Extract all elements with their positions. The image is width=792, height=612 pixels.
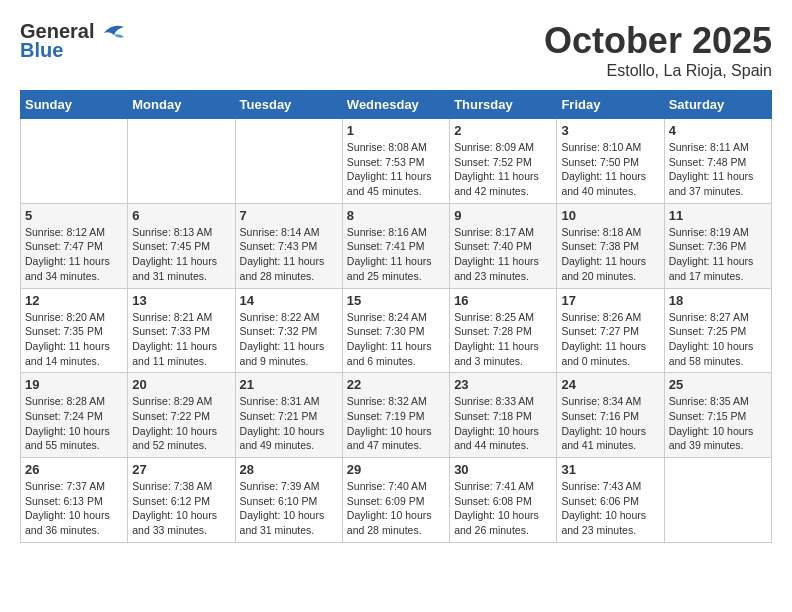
day-number: 22 [347, 377, 445, 392]
day-number: 23 [454, 377, 552, 392]
day-number: 15 [347, 293, 445, 308]
day-info: Sunrise: 8:34 AM Sunset: 7:16 PM Dayligh… [561, 394, 659, 453]
calendar-cell: 20Sunrise: 8:29 AM Sunset: 7:22 PM Dayli… [128, 373, 235, 458]
day-number: 13 [132, 293, 230, 308]
day-number: 29 [347, 462, 445, 477]
day-number: 26 [25, 462, 123, 477]
day-info: Sunrise: 8:14 AM Sunset: 7:43 PM Dayligh… [240, 225, 338, 284]
weekday-header: Monday [128, 91, 235, 119]
calendar-cell: 6Sunrise: 8:13 AM Sunset: 7:45 PM Daylig… [128, 203, 235, 288]
calendar-cell: 13Sunrise: 8:21 AM Sunset: 7:33 PM Dayli… [128, 288, 235, 373]
weekday-header: Sunday [21, 91, 128, 119]
calendar-cell [21, 119, 128, 204]
day-info: Sunrise: 8:26 AM Sunset: 7:27 PM Dayligh… [561, 310, 659, 369]
calendar-cell: 14Sunrise: 8:22 AM Sunset: 7:32 PM Dayli… [235, 288, 342, 373]
day-info: Sunrise: 7:37 AM Sunset: 6:13 PM Dayligh… [25, 479, 123, 538]
day-number: 28 [240, 462, 338, 477]
day-info: Sunrise: 8:16 AM Sunset: 7:41 PM Dayligh… [347, 225, 445, 284]
calendar-cell: 1Sunrise: 8:08 AM Sunset: 7:53 PM Daylig… [342, 119, 449, 204]
calendar-cell: 21Sunrise: 8:31 AM Sunset: 7:21 PM Dayli… [235, 373, 342, 458]
title-block: October 2025 Estollo, La Rioja, Spain [544, 20, 772, 80]
calendar-cell: 18Sunrise: 8:27 AM Sunset: 7:25 PM Dayli… [664, 288, 771, 373]
calendar-cell: 11Sunrise: 8:19 AM Sunset: 7:36 PM Dayli… [664, 203, 771, 288]
day-number: 14 [240, 293, 338, 308]
day-number: 30 [454, 462, 552, 477]
day-info: Sunrise: 8:35 AM Sunset: 7:15 PM Dayligh… [669, 394, 767, 453]
day-info: Sunrise: 8:10 AM Sunset: 7:50 PM Dayligh… [561, 140, 659, 199]
day-info: Sunrise: 8:18 AM Sunset: 7:38 PM Dayligh… [561, 225, 659, 284]
day-number: 21 [240, 377, 338, 392]
calendar-cell: 26Sunrise: 7:37 AM Sunset: 6:13 PM Dayli… [21, 458, 128, 543]
day-number: 12 [25, 293, 123, 308]
weekday-header: Friday [557, 91, 664, 119]
day-info: Sunrise: 7:43 AM Sunset: 6:06 PM Dayligh… [561, 479, 659, 538]
calendar-cell: 29Sunrise: 7:40 AM Sunset: 6:09 PM Dayli… [342, 458, 449, 543]
day-number: 3 [561, 123, 659, 138]
calendar-cell: 22Sunrise: 8:32 AM Sunset: 7:19 PM Dayli… [342, 373, 449, 458]
logo-bird-icon [96, 21, 128, 43]
day-number: 7 [240, 208, 338, 223]
day-number: 8 [347, 208, 445, 223]
day-info: Sunrise: 7:38 AM Sunset: 6:12 PM Dayligh… [132, 479, 230, 538]
day-info: Sunrise: 8:09 AM Sunset: 7:52 PM Dayligh… [454, 140, 552, 199]
day-number: 20 [132, 377, 230, 392]
day-number: 27 [132, 462, 230, 477]
calendar-week-row: 26Sunrise: 7:37 AM Sunset: 6:13 PM Dayli… [21, 458, 772, 543]
day-number: 25 [669, 377, 767, 392]
day-number: 10 [561, 208, 659, 223]
calendar-cell [664, 458, 771, 543]
calendar-cell: 16Sunrise: 8:25 AM Sunset: 7:28 PM Dayli… [450, 288, 557, 373]
day-info: Sunrise: 8:32 AM Sunset: 7:19 PM Dayligh… [347, 394, 445, 453]
weekday-header-row: SundayMondayTuesdayWednesdayThursdayFrid… [21, 91, 772, 119]
calendar-cell: 23Sunrise: 8:33 AM Sunset: 7:18 PM Dayli… [450, 373, 557, 458]
day-info: Sunrise: 8:13 AM Sunset: 7:45 PM Dayligh… [132, 225, 230, 284]
day-number: 31 [561, 462, 659, 477]
day-info: Sunrise: 8:21 AM Sunset: 7:33 PM Dayligh… [132, 310, 230, 369]
day-info: Sunrise: 7:40 AM Sunset: 6:09 PM Dayligh… [347, 479, 445, 538]
calendar-cell: 31Sunrise: 7:43 AM Sunset: 6:06 PM Dayli… [557, 458, 664, 543]
calendar-cell: 19Sunrise: 8:28 AM Sunset: 7:24 PM Dayli… [21, 373, 128, 458]
month-title: October 2025 [544, 20, 772, 62]
calendar-cell: 28Sunrise: 7:39 AM Sunset: 6:10 PM Dayli… [235, 458, 342, 543]
page-header: General Blue October 2025 Estollo, La Ri… [20, 20, 772, 80]
day-info: Sunrise: 8:33 AM Sunset: 7:18 PM Dayligh… [454, 394, 552, 453]
calendar-cell: 12Sunrise: 8:20 AM Sunset: 7:35 PM Dayli… [21, 288, 128, 373]
logo: General Blue [20, 20, 128, 62]
day-info: Sunrise: 8:28 AM Sunset: 7:24 PM Dayligh… [25, 394, 123, 453]
day-info: Sunrise: 8:22 AM Sunset: 7:32 PM Dayligh… [240, 310, 338, 369]
day-info: Sunrise: 8:08 AM Sunset: 7:53 PM Dayligh… [347, 140, 445, 199]
day-number: 18 [669, 293, 767, 308]
calendar-cell: 7Sunrise: 8:14 AM Sunset: 7:43 PM Daylig… [235, 203, 342, 288]
weekday-header: Wednesday [342, 91, 449, 119]
day-number: 6 [132, 208, 230, 223]
calendar-cell: 15Sunrise: 8:24 AM Sunset: 7:30 PM Dayli… [342, 288, 449, 373]
day-info: Sunrise: 7:39 AM Sunset: 6:10 PM Dayligh… [240, 479, 338, 538]
day-info: Sunrise: 8:12 AM Sunset: 7:47 PM Dayligh… [25, 225, 123, 284]
calendar-cell [235, 119, 342, 204]
day-info: Sunrise: 8:19 AM Sunset: 7:36 PM Dayligh… [669, 225, 767, 284]
calendar-cell: 5Sunrise: 8:12 AM Sunset: 7:47 PM Daylig… [21, 203, 128, 288]
day-info: Sunrise: 8:11 AM Sunset: 7:48 PM Dayligh… [669, 140, 767, 199]
calendar-table: SundayMondayTuesdayWednesdayThursdayFrid… [20, 90, 772, 543]
calendar-week-row: 12Sunrise: 8:20 AM Sunset: 7:35 PM Dayli… [21, 288, 772, 373]
day-info: Sunrise: 8:24 AM Sunset: 7:30 PM Dayligh… [347, 310, 445, 369]
day-info: Sunrise: 8:27 AM Sunset: 7:25 PM Dayligh… [669, 310, 767, 369]
calendar-cell: 3Sunrise: 8:10 AM Sunset: 7:50 PM Daylig… [557, 119, 664, 204]
weekday-header: Thursday [450, 91, 557, 119]
calendar-cell: 17Sunrise: 8:26 AM Sunset: 7:27 PM Dayli… [557, 288, 664, 373]
location: Estollo, La Rioja, Spain [544, 62, 772, 80]
day-number: 17 [561, 293, 659, 308]
weekday-header: Saturday [664, 91, 771, 119]
calendar-cell: 27Sunrise: 7:38 AM Sunset: 6:12 PM Dayli… [128, 458, 235, 543]
day-info: Sunrise: 8:17 AM Sunset: 7:40 PM Dayligh… [454, 225, 552, 284]
day-number: 1 [347, 123, 445, 138]
weekday-header: Tuesday [235, 91, 342, 119]
calendar-week-row: 19Sunrise: 8:28 AM Sunset: 7:24 PM Dayli… [21, 373, 772, 458]
day-number: 19 [25, 377, 123, 392]
day-number: 4 [669, 123, 767, 138]
day-info: Sunrise: 8:25 AM Sunset: 7:28 PM Dayligh… [454, 310, 552, 369]
day-number: 5 [25, 208, 123, 223]
day-number: 2 [454, 123, 552, 138]
calendar-cell: 24Sunrise: 8:34 AM Sunset: 7:16 PM Dayli… [557, 373, 664, 458]
logo-blue-text: Blue [20, 39, 63, 62]
